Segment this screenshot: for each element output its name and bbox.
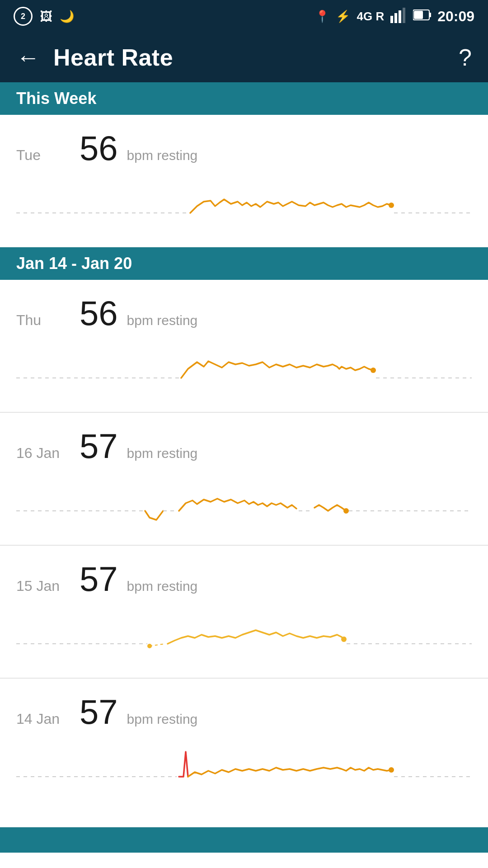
chart-16jan [16, 468, 472, 545]
status-bar-right: 📍 ⚡ 4G R 20:09 [315, 7, 474, 26]
signal-icon [390, 7, 407, 26]
image-icon: 🖼 [40, 9, 52, 24]
day-entry-15jan: 15 Jan 57 bpm resting [0, 546, 488, 678]
notification1-icon: 2 [14, 7, 33, 26]
day-label-tue: Tue [16, 147, 70, 164]
time-display: 20:09 [437, 8, 474, 25]
app-header: ← Heart Rate ? [0, 33, 488, 82]
chart-14jan [16, 734, 472, 811]
battery-icon [413, 9, 431, 24]
day-label-16jan: 16 Jan [16, 445, 70, 462]
help-button[interactable]: ? [459, 44, 472, 71]
bpm-value-14jan: 57 [80, 695, 118, 729]
svg-rect-3 [403, 8, 405, 23]
bpm-value-tue: 56 [80, 131, 118, 165]
svg-rect-2 [399, 10, 401, 23]
status-bar: 2 🖼 🌙 📍 ⚡ 4G R 20:09 [0, 0, 488, 33]
svg-rect-5 [429, 13, 431, 17]
svg-point-8 [389, 203, 394, 208]
bpm-unit-tue: bpm resting [127, 148, 198, 163]
svg-rect-6 [414, 11, 423, 19]
day-label-15jan: 15 Jan [16, 578, 70, 594]
day-label-14jan: 14 Jan [16, 711, 70, 727]
week-label-jan14-jan20: Jan 14 - Jan 20 [16, 254, 132, 273]
day-label-thu: Thu [16, 312, 70, 329]
bottom-bar [0, 827, 488, 853]
section-this-week: This Week Tue 56 bpm resting [0, 82, 488, 247]
network-label: 4G R [357, 9, 384, 24]
svg-rect-0 [390, 16, 393, 23]
chart-15jan [16, 601, 472, 678]
svg-point-11 [371, 368, 376, 373]
week-header-this-week: This Week [0, 82, 488, 115]
bpm-value-thu: 56 [80, 296, 118, 330]
day-entry-thu: Thu 56 bpm resting [0, 280, 488, 412]
svg-point-24 [389, 767, 394, 773]
day-entry-14jan: 14 Jan 57 bpm resting [0, 679, 488, 827]
chart-tue [16, 170, 472, 247]
bpm-value-15jan: 57 [80, 562, 118, 596]
svg-point-16 [343, 508, 349, 514]
location-icon: 📍 [315, 9, 329, 24]
moon-icon: 🌙 [60, 9, 74, 24]
back-button[interactable]: ← [16, 46, 40, 69]
svg-rect-1 [394, 13, 397, 23]
bpm-unit-14jan: bpm resting [127, 712, 198, 727]
chart-thu [16, 335, 472, 412]
status-bar-left: 2 🖼 🌙 [14, 7, 74, 26]
page-title: Heart Rate [53, 44, 459, 71]
svg-point-21 [341, 637, 347, 642]
svg-line-20 [150, 644, 165, 646]
bpm-unit-15jan: bpm resting [127, 579, 198, 594]
bpm-unit-thu: bpm resting [127, 313, 198, 328]
section-jan14-jan20: Jan 14 - Jan 20 Thu 56 bpm resting 16 Ja… [0, 247, 488, 827]
bpm-unit-16jan: bpm resting [127, 446, 198, 461]
bluetooth-icon: ⚡ [336, 9, 350, 24]
week-header-jan14-jan20: Jan 14 - Jan 20 [0, 247, 488, 280]
day-entry-tue: Tue 56 bpm resting [0, 115, 488, 247]
day-entry-16jan: 16 Jan 57 bpm resting [0, 413, 488, 545]
bpm-value-16jan: 57 [80, 429, 118, 463]
week-label-this-week: This Week [16, 89, 96, 108]
